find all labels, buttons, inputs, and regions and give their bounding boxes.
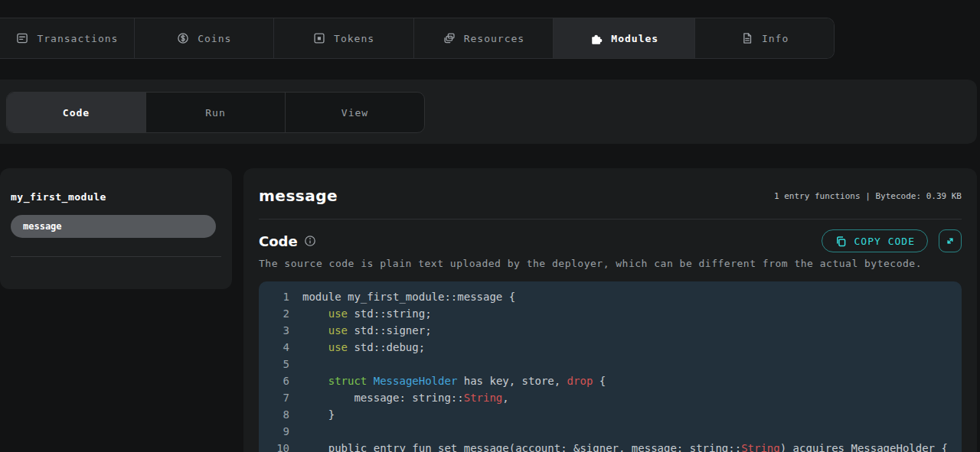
line-content (302, 356, 309, 372)
line-number: 2 (270, 305, 289, 322)
subtab-label: Code (63, 107, 90, 119)
tokens-icon (312, 31, 326, 45)
resources-icon (443, 31, 456, 45)
code-section-heading: Code (259, 233, 298, 249)
sidebar-divider (11, 256, 221, 257)
nav-tab-label: Resources (464, 33, 524, 44)
code-line: 9 (270, 423, 962, 440)
line-number: 7 (270, 389, 289, 406)
transactions-icon (15, 31, 29, 45)
line-content: use std::debug; (302, 339, 425, 356)
subtab-label: View (341, 107, 368, 119)
source-code-viewer[interactable]: 1module my_first_module::message {2 use … (259, 281, 962, 452)
code-line: 1module my_first_module::message { (270, 288, 962, 305)
header-divider (259, 219, 962, 219)
nav-tab-modules[interactable]: Modules (553, 18, 694, 58)
subtab-label: Run (205, 107, 225, 119)
coins-icon (176, 31, 190, 45)
code-line: 10 public entry fun set_message(account:… (270, 440, 962, 452)
nav-tab-label: Transactions (37, 33, 118, 44)
expand-icon (944, 235, 956, 247)
line-content: use std::signer; (302, 322, 432, 339)
line-number: 1 (270, 288, 289, 305)
code-line: 5 (270, 356, 962, 372)
info-icon (740, 31, 754, 45)
function-list: message (11, 215, 221, 238)
code-line: 8 } (270, 406, 962, 423)
nav-tab-coins[interactable]: Coins (134, 18, 273, 58)
code-line: 4 use std::debug; (270, 339, 962, 356)
line-content (302, 423, 309, 440)
function-item-label: message (23, 221, 62, 232)
module-sidebar: my_first_module message (0, 168, 232, 289)
line-number: 10 (270, 440, 289, 452)
module-name: my_first_module (11, 191, 221, 203)
expand-code-button[interactable] (939, 229, 962, 252)
nav-tab-label: Modules (611, 33, 658, 44)
code-line: 3 use std::signer; (270, 322, 962, 339)
code-line: 2 use std::string; (270, 305, 962, 322)
code-section-header: Code COPY CODE (259, 229, 962, 252)
line-number: 4 (270, 339, 289, 356)
subtab-view[interactable]: View (285, 93, 424, 132)
nav-tab-tokens[interactable]: Tokens (273, 18, 413, 58)
line-number: 3 (270, 322, 289, 339)
line-content: module my_first_module::message { (302, 288, 515, 305)
line-content: message: string::String, (302, 389, 509, 406)
code-run-view-band: CodeRunView (0, 80, 977, 144)
line-number: 9 (270, 423, 289, 440)
nav-tab-label: Tokens (334, 33, 374, 44)
code-actions: COPY CODE (822, 229, 962, 252)
nav-tab-info[interactable]: Info (694, 18, 834, 58)
code-run-view-tabs: CodeRunView (6, 92, 425, 133)
line-number: 8 (270, 406, 289, 423)
line-number: 6 (270, 372, 289, 389)
copy-icon (835, 235, 848, 248)
module-nav-tabs: TransactionsCoinsTokensResourcesModulesI… (0, 18, 835, 59)
line-content: struct MessageHolder has key, store, dro… (302, 372, 606, 389)
nav-tab-label: Coins (198, 33, 231, 44)
code-line: 6 struct MessageHolder has key, store, d… (270, 372, 962, 389)
subtab-run[interactable]: Run (145, 93, 285, 132)
module-stats: 1 entry functions | Bytecode: 0.39 KB (774, 191, 962, 201)
modules-icon (590, 31, 603, 45)
function-item-message[interactable]: message (11, 215, 216, 238)
code-line: 7 message: string::String, (270, 389, 962, 406)
page-title: message (259, 187, 338, 205)
line-content: use std::string; (302, 305, 432, 322)
nav-tab-resources[interactable]: Resources (413, 18, 554, 58)
nav-tab-label: Info (762, 33, 789, 44)
panel-header: message 1 entry functions | Bytecode: 0.… (259, 187, 962, 205)
info-circle-icon[interactable] (304, 235, 316, 247)
copy-code-label: COPY CODE (854, 236, 915, 247)
line-content: public entry fun set_message(account: &s… (302, 440, 948, 452)
subtab-code[interactable]: Code (7, 93, 145, 132)
code-section-description: The source code is plain text uploaded b… (259, 258, 962, 269)
line-number: 5 (270, 356, 289, 372)
line-content: } (302, 406, 335, 423)
copy-code-button[interactable]: COPY CODE (822, 229, 928, 252)
code-section-title-group: Code (259, 233, 316, 249)
module-detail-panel: message 1 entry functions | Bytecode: 0.… (243, 168, 977, 452)
nav-tab-transactions[interactable]: Transactions (0, 18, 134, 58)
